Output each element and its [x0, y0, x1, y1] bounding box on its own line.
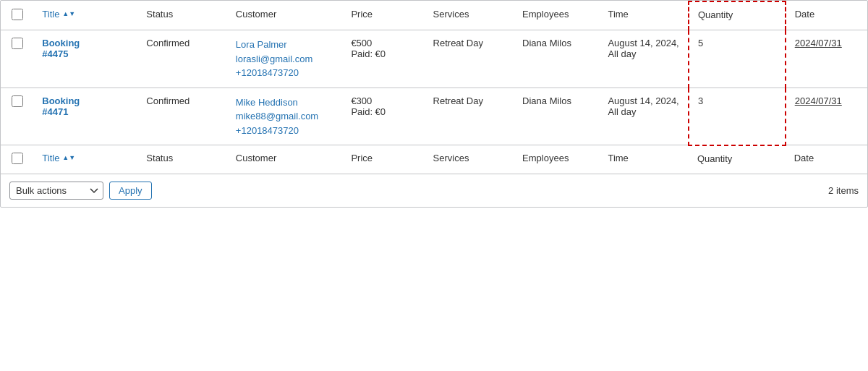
footer-status: Status — [137, 145, 227, 174]
row1-checkbox-cell — [1, 30, 33, 88]
footer-date: Date — [786, 145, 867, 174]
row1-customer-email[interactable]: lorasli@gmail.com — [236, 52, 334, 67]
row1-services: Retreat Day — [425, 30, 514, 88]
row2-services: Retreat Day — [425, 88, 514, 145]
items-count: 2 items — [828, 185, 859, 196]
sort-icon[interactable]: ▲▼ — [62, 11, 75, 17]
bulk-actions-select[interactable]: Bulk actions — [9, 182, 103, 200]
row2-quantity: 3 — [689, 88, 786, 145]
row1-date: 2024/07/31 — [786, 30, 867, 88]
header-title[interactable]: Title ▲▼ — [33, 1, 137, 30]
footer-employees: Employees — [514, 145, 599, 174]
row2-customer: Mike Heddison mike88@gmail.com +12018473… — [227, 88, 343, 145]
row2-time: August 14, 2024, All day — [599, 88, 689, 145]
header-time: Time — [599, 1, 689, 30]
footer-price: Price — [342, 145, 424, 174]
table-row: Booking #4475 Confirmed Lora Palmer — [1, 30, 867, 88]
footer-quantity: Quantity — [689, 145, 786, 174]
row1-status: Confirmed — [137, 30, 227, 88]
row2-customer-name[interactable]: Mike Heddison — [236, 95, 334, 110]
row2-customer-info: Mike Heddison mike88@gmail.com +12018473… — [236, 95, 334, 138]
row1-customer-info: Lora Palmer lorasli@gmail.com +120184737… — [236, 38, 334, 80]
row2-checkbox-cell — [1, 88, 33, 145]
header-date: Date — [786, 1, 867, 30]
apply-button[interactable]: Apply — [109, 182, 152, 200]
header-price: Price — [342, 1, 424, 30]
row2-checkbox[interactable] — [12, 95, 23, 107]
header-row: Title ▲▼ Status Customer Price Servic — [1, 1, 867, 30]
row2-status: Confirmed — [137, 88, 227, 145]
footer-customer: Customer — [227, 145, 343, 174]
footer-services: Services — [425, 145, 514, 174]
table-container: Title ▲▼ Status Customer Price Servic — [1, 1, 867, 207]
bookings-table-wrapper: Title ▲▼ Status Customer Price Servic — [0, 0, 868, 208]
row2-title: Booking #4471 — [33, 88, 137, 145]
footer-checkbox-cell — [1, 145, 33, 174]
header-checkbox-cell — [1, 1, 33, 30]
footer-sort-icon[interactable]: ▲▼ — [62, 155, 75, 161]
row1-checkbox[interactable] — [12, 38, 23, 49]
bulk-actions-area: Bulk actions Apply — [9, 182, 152, 200]
row1-customer-name[interactable]: Lora Palmer — [236, 38, 334, 52]
title-label: Title — [42, 9, 59, 20]
row1-employees: Diana Milos — [514, 30, 599, 88]
select-all-checkbox[interactable] — [12, 9, 23, 20]
row1-customer-phone[interactable]: +12018473720 — [236, 66, 334, 80]
footer-title-label: Title — [42, 153, 59, 163]
row2-customer-phone[interactable]: +12018473720 — [236, 124, 334, 138]
row1-quantity: 5 — [689, 30, 786, 88]
row2-date: 2024/07/31 — [786, 88, 867, 145]
row2-price: €300 Paid: €0 — [342, 88, 424, 145]
header-services: Services — [425, 1, 514, 30]
row1-price-value: €500 Paid: €0 — [351, 38, 415, 59]
row1-customer: Lora Palmer lorasli@gmail.com +120184737… — [227, 30, 343, 88]
row2-employees: Diana Milos — [514, 88, 599, 145]
row1-price: €500 Paid: €0 — [342, 30, 424, 88]
row2-booking-link[interactable]: Booking #4471 — [42, 95, 129, 117]
bulk-actions-footer: Bulk actions Apply 2 items — [1, 174, 867, 207]
footer-select-all-checkbox[interactable] — [12, 153, 23, 164]
footer-time: Time — [599, 145, 689, 174]
header-customer: Customer — [227, 1, 343, 30]
bookings-table: Title ▲▼ Status Customer Price Servic — [1, 1, 867, 174]
row2-price-value: €300 Paid: €0 — [351, 95, 415, 117]
footer-title[interactable]: Title ▲▼ — [33, 145, 137, 174]
row1-time: August 14, 2024, All day — [599, 30, 689, 88]
table-row: Booking #4471 Confirmed Mike Heddison — [1, 88, 867, 145]
header-status: Status — [137, 1, 227, 30]
header-employees: Employees — [514, 1, 599, 30]
row1-title: Booking #4475 — [33, 30, 137, 88]
footer-header-row: Title ▲▼ Status Customer Price Servic — [1, 145, 867, 174]
row2-customer-email[interactable]: mike88@gmail.com — [236, 109, 334, 124]
header-quantity: Quantity — [689, 1, 786, 30]
row1-booking-link[interactable]: Booking #4475 — [42, 38, 129, 59]
